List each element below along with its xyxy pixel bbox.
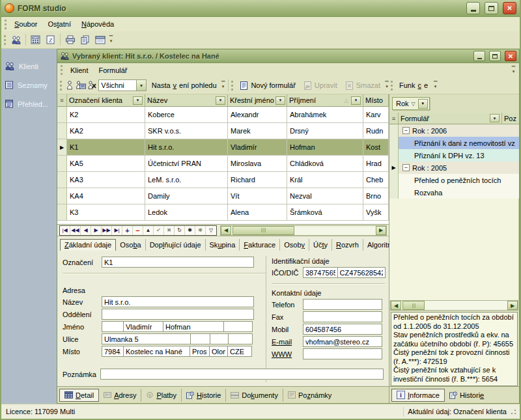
- nav-insert-button[interactable]: +: [122, 226, 133, 235]
- column-header-krestni-jmeno[interactable]: Křestní jméno▼: [228, 94, 287, 107]
- collapse-icon[interactable]: −: [402, 164, 410, 171]
- column-header-formular[interactable]: Formulář ▼: [399, 113, 502, 124]
- tab-poznamky[interactable]: Poznámky: [283, 389, 336, 402]
- nazev-field[interactable]: [102, 296, 254, 307]
- ulice-field2[interactable]: [190, 333, 210, 344]
- group-by-rok[interactable]: Rok ▽ ▼: [392, 97, 430, 110]
- tab-platby[interactable]: $ Platby: [141, 389, 182, 402]
- tab-adresy[interactable]: Adresy: [99, 389, 141, 402]
- tab-historie[interactable]: Historie: [182, 389, 226, 402]
- form-row[interactable]: Přehled o peněžních tocích: [389, 174, 519, 186]
- ulice-field4[interactable]: [228, 333, 253, 344]
- delete-form-button[interactable]: Smazat: [341, 79, 384, 92]
- nav-next-button[interactable]: ▶: [91, 226, 102, 235]
- menu-klient[interactable]: Klient: [65, 64, 94, 76]
- functions-button[interactable]: Funkce: [395, 79, 432, 91]
- toolbar-grip[interactable]: [61, 65, 63, 75]
- group-row-2006[interactable]: −Rok : 2006: [389, 124, 519, 137]
- kraj-field[interactable]: [209, 346, 228, 357]
- table-row-selected[interactable]: ▶ K1 Hit s.r.o. Vladimír Hofman Kost: [57, 139, 389, 156]
- menu-overflow-button[interactable]: ▔▾: [510, 64, 517, 77]
- close-button[interactable]: ✕: [503, 2, 516, 14]
- filter-dropdown-icon[interactable]: ▼: [490, 114, 500, 122]
- scrollbar-thumb[interactable]: [232, 226, 294, 235]
- forms-button[interactable]: Z: [43, 33, 58, 47]
- menu-napoveda[interactable]: Nápověda: [76, 18, 119, 30]
- ulice-field3[interactable]: [210, 333, 229, 344]
- toolbar-overflow-button[interactable]: ▔▾: [221, 79, 226, 92]
- oddeleni-field[interactable]: [102, 309, 254, 320]
- toolbar-grip[interactable]: [4, 35, 6, 45]
- scrollbar-thumb[interactable]: [402, 301, 425, 310]
- filter-dropdown-icon[interactable]: ▼: [216, 96, 225, 105]
- nav-post-button[interactable]: ✔: [154, 226, 164, 235]
- edit-form-button[interactable]: Upravit: [300, 79, 341, 92]
- client-detail-button[interactable]: [64, 78, 76, 92]
- nav-refresh-button[interactable]: ↻: [175, 226, 185, 235]
- table-row[interactable]: K3 Ledok Alena Šrámková Vyšk: [57, 204, 389, 221]
- sidebar-item-prehled[interactable]: Přehled...: [1, 94, 57, 113]
- menu-soubor[interactable]: Soubor: [9, 18, 42, 30]
- view-settings-button[interactable]: Nastavení pohledu: [148, 79, 221, 91]
- tab-osoba[interactable]: Osoba: [116, 239, 145, 251]
- sidebar-item-seznamy[interactable]: Seznamy: [1, 76, 57, 94]
- scroll-left-icon[interactable]: ◀: [221, 226, 231, 235]
- resize-grip[interactable]: [509, 408, 517, 415]
- calculator-button[interactable]: [28, 33, 43, 47]
- tab-historie-form[interactable]: Historie: [445, 389, 488, 402]
- poznamka-field[interactable]: [100, 369, 384, 380]
- psc-field[interactable]: [102, 346, 124, 357]
- mesto-field[interactable]: [123, 346, 190, 357]
- tab-skupina[interactable]: Skupina: [206, 239, 240, 251]
- prijmeni-field[interactable]: [163, 321, 224, 332]
- www-link[interactable]: WWW: [272, 350, 303, 358]
- group-row-2005[interactable]: ▶ −Rok : 2005: [389, 161, 519, 174]
- chevron-down-icon[interactable]: ▼: [136, 80, 146, 91]
- lists-button[interactable]: [92, 33, 107, 47]
- column-header-prijmeni[interactable]: Příjmení△▼: [287, 94, 363, 107]
- tab-zakladni-udaje[interactable]: Základní údaje: [60, 239, 116, 251]
- tab-dokumenty[interactable]: Dokumenty: [226, 389, 283, 402]
- nav-prior-button[interactable]: ◀: [81, 226, 91, 235]
- maximize-button[interactable]: [489, 51, 501, 61]
- tab-informace[interactable]: i Informace: [391, 389, 445, 402]
- okres-field[interactable]: [190, 346, 210, 357]
- ulice-field[interactable]: [102, 333, 191, 344]
- tab-rozvrh[interactable]: Rozvrh: [332, 239, 363, 251]
- minimize-button[interactable]: [466, 2, 480, 14]
- jmeno-field[interactable]: [123, 321, 163, 332]
- menu-formular[interactable]: Formulář: [94, 64, 133, 76]
- scroll-right-icon[interactable]: ▶: [507, 301, 518, 310]
- scroll-left-icon[interactable]: ◀: [391, 301, 401, 310]
- nav-search-next-button[interactable]: ✱: [195, 226, 206, 235]
- stat-field[interactable]: [227, 346, 252, 357]
- toolbar-grip[interactable]: [391, 81, 393, 91]
- nav-first-button[interactable]: |◀: [60, 226, 70, 235]
- ico-field[interactable]: [303, 267, 338, 278]
- filter-dropdown-icon[interactable]: ▼: [133, 96, 143, 105]
- print-button[interactable]: [63, 33, 77, 47]
- chevron-down-icon[interactable]: ▼: [418, 99, 428, 109]
- nav-prior-page-button[interactable]: ◀◀: [70, 226, 81, 235]
- column-header-misto[interactable]: Místo: [363, 94, 389, 107]
- scroll-right-icon[interactable]: ▶: [376, 226, 386, 235]
- mobil-field[interactable]: [303, 324, 382, 335]
- tab-fakturace[interactable]: Fakturace: [240, 239, 280, 251]
- column-chooser-icon[interactable]: ≡: [57, 94, 67, 107]
- toolbar-overflow-button[interactable]: ▔▾: [384, 79, 389, 92]
- toolbar-overflow-button[interactable]: ▔▾: [107, 33, 115, 46]
- client-delete-button[interactable]: [87, 78, 98, 92]
- email-link[interactable]: E-mail: [272, 338, 303, 346]
- toolbar-overflow-button[interactable]: ▔▾: [432, 79, 439, 92]
- nav-last-button[interactable]: ▶|: [112, 226, 122, 235]
- table-row[interactable]: KA3 LeM. s.r.o. Richard Král Cheb: [57, 172, 389, 188]
- nav-delete-button[interactable]: −: [133, 226, 143, 235]
- tab-detail[interactable]: Detail: [59, 389, 99, 402]
- minimize-button[interactable]: [473, 51, 485, 61]
- dic-field[interactable]: [337, 267, 386, 278]
- nav-cancel-button[interactable]: ✖: [164, 226, 175, 235]
- new-form-button[interactable]: Nový formulář: [236, 79, 299, 92]
- clients-button[interactable]: [8, 33, 23, 47]
- column-chooser-icon[interactable]: ≡: [389, 113, 399, 124]
- form-row[interactable]: Rozvaha: [389, 186, 519, 199]
